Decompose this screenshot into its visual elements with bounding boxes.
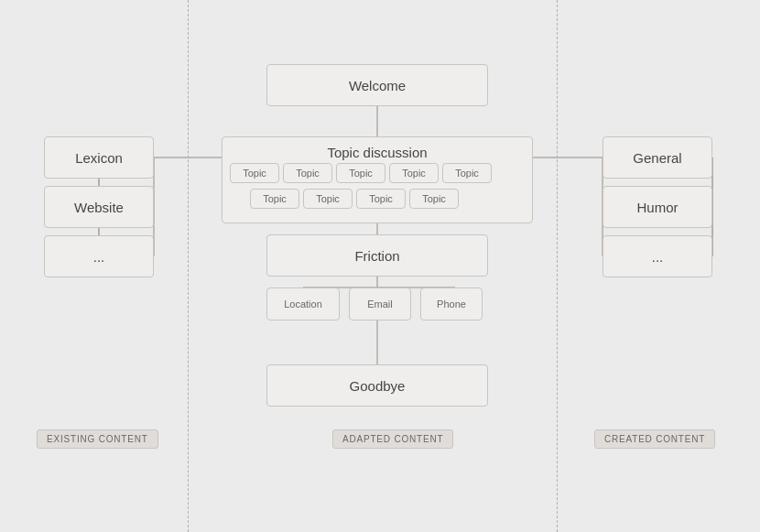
phone-node: Phone [420,288,483,320]
topic-mini-8: Topic [356,189,406,209]
topic-mini-1: Topic [230,163,279,183]
location-label: Location [284,299,322,309]
topic-mini-5: Topic [442,163,492,183]
topic-discussion-label: Topic discussion [223,145,532,160]
created-content-badge: CREATED CONTENT [594,429,715,449]
ellipsis-left-label: ... [93,249,105,265]
adapted-content-badge: ADAPTED CONTENT [332,429,453,449]
friction-node: Friction [266,234,488,277]
email-label: Email [367,299,393,309]
topic-mini-4: Topic [389,163,439,183]
general-label: General [633,150,681,166]
lexicon-node: Lexicon [44,136,154,179]
topic-mini-6: Topic [250,189,299,209]
friction-label: Friction [354,248,399,264]
website-label: Website [74,200,124,215]
ellipsis-right-node: ... [603,235,712,277]
topic-mini-3: Topic [336,163,385,183]
email-node: Email [349,288,411,320]
existing-content-badge: EXISTING CONTENT [37,429,158,449]
website-node: Website [44,186,154,228]
goodbye-label: Goodbye [350,378,406,394]
topic-discussion-node: Topic discussion Topic Topic Topic Topic… [222,136,533,223]
lane-divider-right [557,0,558,532]
humor-label: Humor [636,200,678,215]
topic-mini-2: Topic [283,163,332,183]
goodbye-node: Goodbye [266,364,488,407]
humor-node: Humor [603,186,712,228]
topic-mini-9: Topic [409,189,459,209]
lane-divider-left [188,0,189,532]
ellipsis-left-node: ... [44,235,154,277]
welcome-label: Welcome [349,78,406,93]
location-node: Location [266,288,340,320]
diagram-container: Welcome Topic discussion Topic Topic Top… [0,0,760,532]
general-node: General [603,136,712,179]
ellipsis-right-label: ... [652,249,664,265]
phone-label: Phone [437,299,466,309]
topic-mini-7: Topic [303,189,353,209]
welcome-node: Welcome [266,64,488,106]
lexicon-label: Lexicon [75,150,123,166]
